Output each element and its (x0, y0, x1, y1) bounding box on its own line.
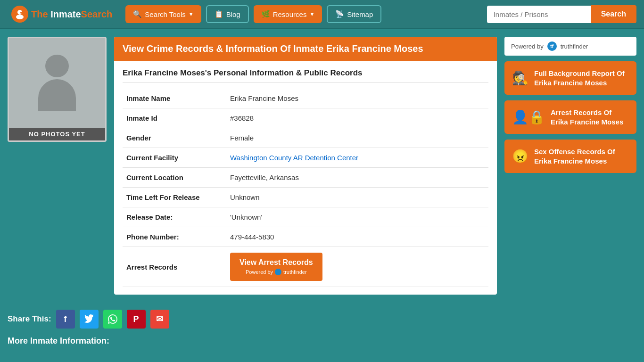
search-input[interactable] (487, 6, 591, 23)
table-row: Inmate NameErika Francine Moses (123, 89, 488, 108)
blog-button[interactable]: 📋 Blog (206, 5, 249, 23)
full-background-report-card[interactable]: 🕵️ Full Background Report Of Erika Franc… (504, 61, 636, 95)
sex-offense-icon: 😠 (512, 148, 528, 164)
share-facebook-button[interactable]: f (56, 310, 75, 329)
background-report-text: Full Background Report Of Erika Francine… (534, 69, 629, 87)
more-info-heading: More Inmate Information: (0, 336, 644, 354)
sex-offense-records-card[interactable]: 😠 Sex Offense Records Of Erika Francine … (504, 140, 636, 173)
inmate-info-table: Inmate NameErika Francine MosesInmate Id… (123, 89, 488, 247)
field-value: Erika Francine Moses (226, 89, 488, 108)
search-bar: Search (487, 5, 636, 23)
silhouette-body (38, 79, 76, 111)
silhouette-head (45, 55, 69, 77)
truthfinder-logo-small (275, 269, 281, 275)
resources-button[interactable]: 🌿 Resources (254, 5, 322, 23)
sitemap-icon: 📡 (335, 10, 344, 18)
search-icon: 🔍 (133, 10, 142, 18)
svg-point-1 (16, 15, 24, 19)
share-pinterest-button[interactable]: P (127, 310, 146, 329)
logo-text: The InmateSearch (31, 9, 112, 19)
resources-icon: 🌿 (261, 10, 270, 18)
arrest-records-row: Arrest Records View Arrest Records Power… (123, 247, 488, 287)
sitemap-button[interactable]: 📡 Sitemap (327, 5, 381, 23)
field-value: Female (226, 128, 488, 148)
share-section: Share This: f P ✉ (0, 302, 644, 336)
background-report-icon: 🕵️ (512, 70, 528, 86)
arrest-records-card-text: Arrest Records Of Erika Francine Moses (551, 108, 629, 126)
field-value: #36828 (226, 108, 488, 128)
photo-placeholder (9, 38, 105, 128)
table-row: Phone Number:479-444-5830 (123, 227, 488, 247)
personal-info-heading: Erika Francine Moses's Personal Informat… (123, 68, 488, 83)
sidebar: Powered by tf truthfinder 🕵️ Full Backgr… (504, 37, 636, 173)
table-row: Current LocationFayetteville, Arkansas (123, 168, 488, 188)
silhouette (36, 55, 78, 111)
field-value: 'Unknown' (226, 207, 488, 227)
facility-link[interactable]: Washington County AR Detention Center (230, 154, 358, 162)
arrest-records-card[interactable]: 👤🔒 Arrest Records Of Erika Francine Mose… (504, 100, 636, 134)
search-tools-button[interactable]: 🔍 Search Tools (125, 5, 201, 23)
table-row: Arrest Records View Arrest Records Power… (123, 247, 488, 287)
arrest-records-label: Arrest Records (123, 247, 226, 287)
search-button[interactable]: Search (591, 5, 636, 23)
header: The InmateSearch 🔍 Search Tools 📋 Blog 🌿… (0, 0, 644, 29)
field-label: Phone Number: (123, 227, 226, 247)
share-twitter-button[interactable] (80, 310, 99, 329)
field-label: Time Left For Release (123, 188, 226, 207)
table-row: Release Date:'Unknown' (123, 207, 488, 227)
table-row: GenderFemale (123, 128, 488, 148)
share-email-button[interactable]: ✉ (150, 310, 169, 329)
view-arrest-records-button[interactable]: View Arrest Records Powered by truthfind… (230, 253, 322, 281)
field-value: 479-444-5830 (226, 227, 488, 247)
info-content: Erika Francine Moses's Personal Informat… (114, 61, 497, 295)
field-label: Inmate Name (123, 89, 226, 108)
table-row: Time Left For ReleaseUnknown (123, 188, 488, 207)
blog-icon: 📋 (215, 10, 223, 18)
table-row: Current FacilityWashington County AR Det… (123, 148, 488, 168)
field-label: Inmate Id (123, 108, 226, 128)
field-label: Current Location (123, 168, 226, 188)
logo[interactable]: The InmateSearch (8, 4, 116, 25)
main-content: NO PHOTOS YET View Crime Records & Infor… (0, 29, 644, 302)
arrest-records-icon: 👤🔒 (512, 109, 545, 125)
field-label: Gender (123, 128, 226, 148)
svg-point-2 (20, 12, 22, 14)
table-row: Inmate Id#36828 (123, 108, 488, 128)
field-value: Fayetteville, Arkansas (226, 168, 488, 188)
share-whatsapp-button[interactable] (103, 310, 122, 329)
inmate-photo-box: NO PHOTOS YET (8, 37, 107, 142)
share-label: Share This: (8, 314, 51, 324)
info-box: View Crime Records & Information Of Inma… (114, 37, 497, 295)
field-value[interactable]: Washington County AR Detention Center (226, 148, 488, 168)
field-label: Current Facility (123, 148, 226, 168)
info-title: View Crime Records & Information Of Inma… (114, 37, 497, 61)
no-photos-label: NO PHOTOS YET (9, 128, 105, 140)
truthfinder-badge: tf (547, 41, 557, 51)
logo-icon (11, 6, 28, 23)
sex-offense-card-text: Sex Offense Records Of Erika Francine Mo… (534, 147, 629, 165)
powered-by-bar: Powered by tf truthfinder (504, 37, 636, 56)
field-value: Unknown (226, 188, 488, 207)
field-label: Release Date: (123, 207, 226, 227)
